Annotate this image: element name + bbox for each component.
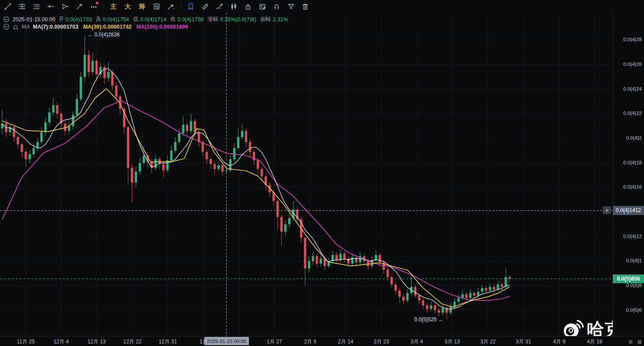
collapse-chevron-icon[interactable] — [3, 23, 10, 30]
legend-field-value: 2.31% — [273, 16, 288, 23]
crosshair-date-badge: 2025-01-15 00:00 — [204, 337, 249, 345]
price-tick-label: 0.0{5}6 — [626, 307, 642, 313]
price-tick-label: 0.0{4}22 — [623, 111, 642, 116]
ma-legend-item: MA(30):0.00001742 — [83, 24, 132, 30]
legend-field: 高0.0(4)1754 — [96, 16, 129, 23]
legend-field-label: 高 — [96, 16, 101, 23]
toolbar-divider — [180, 3, 181, 10]
candlestick-tool-button[interactable] — [228, 1, 239, 12]
notification-dot — [96, 2, 98, 4]
chips-corner-button[interactable]: 筹 — [628, 339, 633, 346]
trend-line-icon — [3, 2, 12, 11]
alarm-bell-icon[interactable] — [13, 24, 19, 30]
legend-field-label: 振幅 — [260, 16, 271, 23]
date-tick-label: 3月 22 — [468, 338, 507, 346]
date-tick-label: 4月 18 — [575, 338, 614, 346]
toolbar-divider — [103, 3, 104, 10]
burst-corner-button[interactable]: 爆 — [637, 339, 642, 346]
ma-legend-item: MA(7):0.00001703 — [33, 24, 78, 30]
price-axis[interactable]: 0.0{4}280.0{4}260.0{4}240.0{4}220.0{4}20… — [613, 0, 644, 336]
crosshair-plus-button[interactable]: + — [603, 206, 611, 214]
crosshair-price-badge: 0.0{4}1412 — [613, 206, 644, 215]
legend-field-value: 0.0(4)1738 — [177, 16, 203, 23]
edit-note-icon — [258, 2, 267, 11]
legend-field: 涨幅0.35%(0.0(7)6) — [208, 16, 256, 23]
ruler-tool-button[interactable] — [199, 1, 211, 12]
pen-icon — [215, 2, 224, 11]
delete-drawings-button[interactable] — [299, 1, 311, 12]
legend-fields: 开0.0(4)1733高0.0(4)1754低0.0(4)1714收0.0(4)… — [59, 16, 288, 23]
legend-field: 低0.0(4)1714 — [133, 16, 167, 23]
fib-retracement-icon — [18, 2, 26, 11]
ma-legend: MA MA(7):0.00001703MA(30):0.00001742MA(1… — [3, 23, 188, 30]
candles — [1, 36, 511, 320]
date-axis[interactable]: 筹 爆 11月 2512月 412月 1312月 2212月 311月1月 27… — [0, 336, 644, 346]
price-tick-label: 0.0{4}12 — [623, 234, 642, 239]
pitchfork-icon — [61, 2, 69, 11]
tab-large-label: 大 — [124, 3, 131, 11]
tab-chips-label: 筹 — [139, 3, 145, 11]
magnet-icon — [272, 2, 281, 11]
date-tick-label: 12月 4 — [42, 338, 81, 346]
legend-field-value: 0.0(4)1733 — [65, 16, 92, 23]
filter-tool-button[interactable] — [285, 1, 297, 12]
legend-field-label: 低 — [133, 16, 139, 23]
date-tick-label: 2月 5 — [291, 338, 330, 346]
drawing-toolbar: 主 大 筹 — [0, 0, 644, 13]
price-tick-label: 0.0{4}2 — [626, 135, 642, 140]
legend-field-label: 收 — [170, 16, 176, 23]
collapse-chevron-icon[interactable] — [3, 16, 10, 23]
bookmark-tool-button[interactable] — [185, 1, 196, 12]
price-tick-label: 0.0{4}24 — [623, 86, 642, 91]
fib-retracement-tool-button[interactable] — [16, 1, 28, 12]
parallel-lines-icon — [32, 2, 41, 11]
eraser-brush-button[interactable] — [165, 1, 177, 12]
candlestick-icon — [229, 2, 238, 11]
lock-tool-button[interactable] — [242, 1, 254, 12]
horizontal-ray-tool-button[interactable] — [45, 1, 56, 12]
date-tick-label: 3月 31 — [504, 338, 543, 346]
date-tick-label: 11月 25 — [6, 338, 45, 346]
tab-large-chart[interactable]: 大 — [122, 1, 134, 12]
date-tick-label: 12月 22 — [113, 338, 152, 346]
pitchfork-tool-button[interactable] — [59, 1, 71, 12]
arrow-line-tool-button[interactable] — [73, 1, 85, 12]
legend-field-label: 开 — [59, 16, 64, 23]
trash-icon — [301, 2, 310, 11]
edit-note-button[interactable] — [256, 1, 268, 12]
date-tick-label: 2月 14 — [326, 338, 365, 346]
price-tick-label: 0.0{4}26 — [623, 62, 642, 67]
tab-main-chart[interactable]: 主 — [108, 1, 119, 12]
legend-field-value: 0.0(4)1714 — [140, 16, 166, 23]
bookmark-icon — [186, 2, 195, 11]
date-tick-label: 2月 23 — [362, 338, 401, 346]
pen-tool-button[interactable] — [213, 1, 225, 12]
parallel-lines-tool-button[interactable] — [30, 1, 42, 12]
chart-canvas[interactable] — [0, 0, 612, 336]
ma100-line — [2, 101, 510, 301]
ruler-icon — [201, 2, 209, 11]
date-tick-label: 12月 31 — [148, 338, 187, 346]
date-tick-label: 12月 13 — [77, 338, 116, 346]
date-tick-label: 3月 4 — [397, 338, 436, 346]
trend-line-tool-button[interactable] — [2, 1, 13, 12]
legend-date: 2025-01-15 00:00 — [13, 16, 56, 23]
legend-field-value: 0.35%(0.0(7)6) — [220, 16, 256, 23]
legend-field-label: 涨幅 — [208, 16, 219, 23]
legend-field: 收0.0(4)1738 — [170, 16, 204, 23]
legend-field: 振幅2.31% — [260, 16, 288, 23]
ma30-line — [2, 89, 510, 307]
date-tick-label: 1月 27 — [255, 338, 294, 346]
more-tools-button[interactable] — [88, 1, 99, 12]
replay-icon — [152, 2, 161, 11]
tab-chips[interactable]: 筹 — [136, 1, 148, 12]
legend-field-value: 0.0(4)1754 — [103, 16, 129, 23]
price-tick-label: 0.0{4}1 — [626, 258, 642, 263]
legend-field: 开0.0(4)1733 — [59, 16, 92, 23]
magnet-tool-button[interactable] — [271, 1, 282, 12]
price-tick-label: 0.0{4}18 — [623, 160, 642, 165]
last-price-badge: 0.0{5}856 — [613, 274, 644, 283]
date-tick-label: 4月 9 — [540, 338, 579, 346]
replay-button[interactable] — [150, 1, 162, 12]
corner-buttons: 筹 爆 — [628, 339, 642, 346]
